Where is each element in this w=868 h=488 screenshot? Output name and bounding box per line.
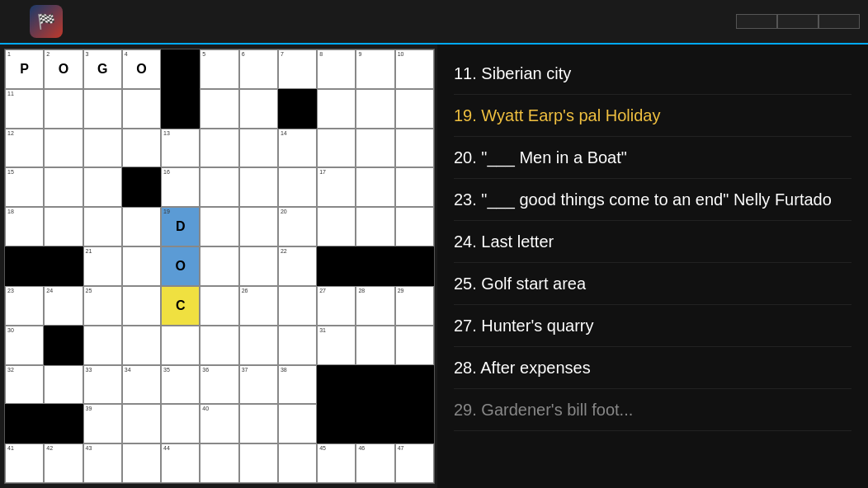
grid-cell-2-8[interactable]: [317, 129, 356, 168]
grid-cell-4-1[interactable]: [44, 207, 83, 246]
grid-cell-4-10[interactable]: [395, 207, 434, 246]
grid-cell-1-0[interactable]: 11: [5, 89, 44, 129]
grid-cell-2-6[interactable]: [239, 129, 278, 168]
grid-cell-7-10[interactable]: [395, 326, 434, 365]
clue-item-20[interactable]: 20. "___ Men in a Boat": [454, 137, 851, 179]
grid-cell-8-5[interactable]: 36: [200, 365, 238, 405]
grid-cell-0-1[interactable]: 2O: [44, 49, 83, 89]
back-button[interactable]: [8, 18, 21, 25]
grid-cell-3-9[interactable]: [356, 167, 394, 207]
grid-cell-2-5[interactable]: [200, 129, 238, 168]
grid-cell-9-5[interactable]: 40: [200, 404, 238, 443]
grid-cell-0-0[interactable]: 1P: [5, 49, 44, 89]
grid-cell-3-10[interactable]: [395, 167, 434, 207]
grid-cell-6-0[interactable]: 23: [5, 286, 44, 326]
grid-cell-5-5[interactable]: [200, 246, 238, 286]
grid-cell-5-7[interactable]: 22: [278, 246, 317, 286]
clue-list-button[interactable]: [777, 14, 818, 29]
grid-cell-10-10[interactable]: 47: [395, 443, 434, 483]
grid-cell-7-0[interactable]: 30: [5, 326, 44, 365]
grid-cell-1-8[interactable]: [317, 89, 356, 129]
grid-cell-5-4[interactable]: O: [161, 246, 200, 286]
grid-cell-1-6[interactable]: [239, 89, 278, 129]
grid-cell-10-6[interactable]: [239, 443, 278, 483]
reveal-button[interactable]: [818, 14, 860, 29]
grid-cell-7-4[interactable]: [161, 326, 200, 365]
grid-cell-4-0[interactable]: 18: [5, 207, 44, 246]
clue-item-23[interactable]: 23. "___ good things come to an end" Nel…: [454, 179, 851, 221]
clue-item-29[interactable]: 29. Gardener's bill foot...: [454, 389, 851, 431]
grid-cell-3-7[interactable]: [278, 167, 317, 207]
grid-cell-10-0[interactable]: 41: [5, 443, 44, 483]
clue-item-11[interactable]: 11. Siberian city: [454, 53, 851, 95]
grid-cell-7-2[interactable]: [83, 326, 122, 365]
grid-cell-7-3[interactable]: [122, 326, 161, 365]
grid-cell-7-6[interactable]: [239, 326, 278, 365]
grid-cell-8-0[interactable]: 32: [5, 365, 44, 405]
grid-cell-6-7[interactable]: [278, 286, 317, 326]
grid-cell-3-4[interactable]: 16: [161, 167, 200, 207]
grid-cell-10-2[interactable]: 43: [83, 443, 122, 483]
grid-cell-9-2[interactable]: 39: [83, 404, 122, 443]
grid-cell-3-2[interactable]: [83, 167, 122, 207]
grid-cell-7-8[interactable]: 31: [317, 326, 356, 365]
grid-cell-7-9[interactable]: [356, 326, 394, 365]
grid-cell-3-8[interactable]: 17: [317, 167, 356, 207]
grid-cell-2-0[interactable]: 12: [5, 129, 44, 168]
grid-cell-2-2[interactable]: [83, 129, 122, 168]
grid-cell-6-10[interactable]: 29: [395, 286, 434, 326]
grid-cell-9-7[interactable]: [278, 404, 317, 443]
grid-cell-4-5[interactable]: [200, 207, 238, 246]
clue-item-19[interactable]: 19. Wyatt Earp's pal Holiday: [454, 95, 851, 137]
grid-cell-3-6[interactable]: [239, 167, 278, 207]
grid-cell-8-7[interactable]: 38: [278, 365, 317, 405]
grid-cell-6-9[interactable]: 28: [356, 286, 394, 326]
grid-cell-10-4[interactable]: 44: [161, 443, 200, 483]
grid-cell-6-4[interactable]: C: [161, 286, 200, 326]
grid-cell-5-2[interactable]: 21: [83, 246, 122, 286]
grid-cell-2-7[interactable]: 14: [278, 129, 317, 168]
grid-cell-6-6[interactable]: 26: [239, 286, 278, 326]
grid-cell-6-1[interactable]: 24: [44, 286, 83, 326]
grid-cell-7-5[interactable]: [200, 326, 238, 365]
grid-cell-2-4[interactable]: 13: [161, 129, 200, 168]
grid-cell-4-8[interactable]: [317, 207, 356, 246]
grid-cell-5-3[interactable]: [122, 246, 161, 286]
grid-cell-8-6[interactable]: 37: [239, 365, 278, 405]
clue-item-28[interactable]: 28. After expenses: [454, 347, 851, 389]
grid-cell-2-9[interactable]: [356, 129, 394, 168]
grid-cell-0-3[interactable]: 4O: [122, 49, 161, 89]
grid-cell-1-5[interactable]: [200, 89, 238, 129]
grid-cell-4-6[interactable]: [239, 207, 278, 246]
grid-cell-1-2[interactable]: [83, 89, 122, 129]
grid-cell-8-3[interactable]: 34: [122, 365, 161, 405]
grid-cell-0-10[interactable]: 10: [395, 49, 434, 89]
grid-cell-0-9[interactable]: 9: [356, 49, 394, 89]
grid-cell-6-5[interactable]: [200, 286, 238, 326]
grid-cell-8-2[interactable]: 33: [83, 365, 122, 405]
grid-cell-3-0[interactable]: 15: [5, 167, 44, 207]
grid-cell-4-3[interactable]: [122, 207, 161, 246]
grid-cell-9-4[interactable]: [161, 404, 200, 443]
grid-cell-1-1[interactable]: [44, 89, 83, 129]
grid-cell-8-1[interactable]: [44, 365, 83, 405]
grid-cell-4-9[interactable]: [356, 207, 394, 246]
clue-list[interactable]: 11. Siberian city19. Wyatt Earp's pal Ho…: [437, 45, 868, 488]
clue-item-25[interactable]: 25. Golf start area: [454, 263, 851, 305]
clue-item-24[interactable]: 24. Last letter: [454, 221, 851, 263]
grid-cell-3-5[interactable]: [200, 167, 238, 207]
grid-cell-0-6[interactable]: 6: [239, 49, 278, 89]
grid-cell-8-4[interactable]: 35: [161, 365, 200, 405]
check-button[interactable]: [736, 14, 777, 29]
grid-cell-1-3[interactable]: [122, 89, 161, 129]
grid-cell-10-3[interactable]: [122, 443, 161, 483]
grid-cell-0-2[interactable]: 3G: [83, 49, 122, 89]
grid-cell-7-7[interactable]: [278, 326, 317, 365]
grid-cell-0-8[interactable]: 8: [317, 49, 356, 89]
grid-cell-5-6[interactable]: [239, 246, 278, 286]
grid-cell-10-5[interactable]: [200, 443, 238, 483]
grid-cell-3-1[interactable]: [44, 167, 83, 207]
grid-cell-6-3[interactable]: [122, 286, 161, 326]
grid-cell-6-2[interactable]: 25: [83, 286, 122, 326]
grid-cell-2-10[interactable]: [395, 129, 434, 168]
